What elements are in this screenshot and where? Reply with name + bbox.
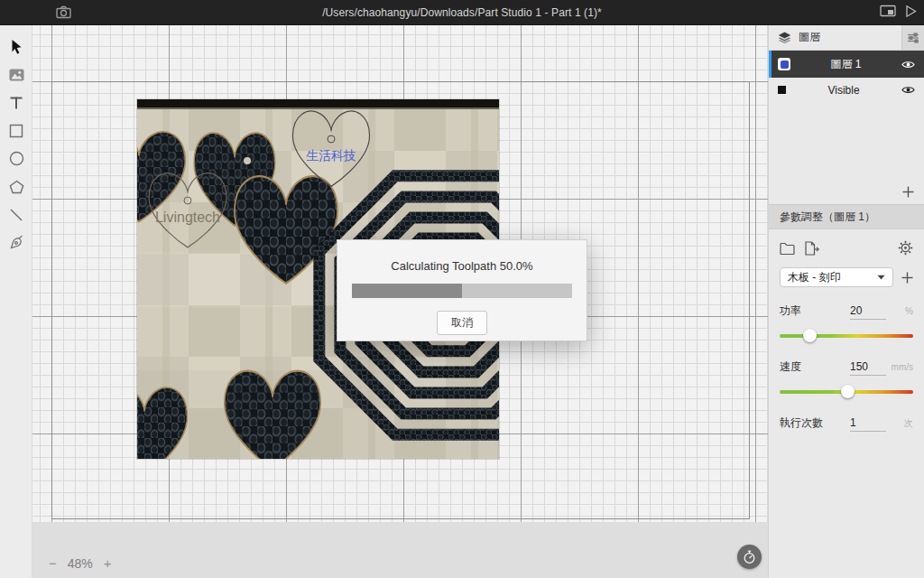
image-tool[interactable] xyxy=(0,61,32,89)
document-path-title: /Users/chaohangyu/Downloads/Part Studio … xyxy=(0,6,924,19)
material-preset-dropdown[interactable]: 木板 - 刻印 xyxy=(780,267,893,287)
title-bar: /Users/chaohangyu/Downloads/Part Studio … xyxy=(0,0,924,25)
folder-icon[interactable] xyxy=(780,242,795,255)
layer-row-visible[interactable]: Visible xyxy=(769,78,924,102)
slider-thumb[interactable] xyxy=(803,329,817,342)
stopwatch-icon xyxy=(743,550,756,564)
layer-color-swatch[interactable] xyxy=(778,58,790,70)
engraving-text-cn[interactable]: 生活科技 xyxy=(306,148,356,163)
speed-value-input[interactable]: 150 xyxy=(850,360,886,376)
layer-name[interactable]: Visible xyxy=(786,84,901,97)
param-unit: 次 xyxy=(886,417,913,430)
tab-layers-label: 圖層 xyxy=(799,30,820,45)
zoom-out-button[interactable]: − xyxy=(49,555,57,571)
progress-bar-track xyxy=(352,284,572,298)
params-section-header: 參數調整（圖層 1） xyxy=(769,204,924,229)
panel-tabs: 圖層 xyxy=(769,25,924,51)
zoom-level-label: 48% xyxy=(68,556,93,571)
gear-icon[interactable] xyxy=(898,240,913,256)
param-label: 執行次數 xyxy=(780,415,823,431)
power-value-input[interactable]: 20 xyxy=(850,304,886,320)
tool-palette xyxy=(0,25,32,578)
zoom-controls: − 48% + xyxy=(49,555,112,571)
param-label: 速度 xyxy=(780,359,801,375)
tab-object-adjustments[interactable] xyxy=(901,25,924,50)
ellipse-tool[interactable] xyxy=(0,144,32,172)
play-icon[interactable] xyxy=(905,5,917,18)
executions-value-input[interactable]: 1 xyxy=(850,416,886,432)
stopwatch-button[interactable] xyxy=(737,545,762,569)
right-panel: 圖層 圖層 1 xyxy=(768,25,924,578)
preset-value: 木板 - 刻印 xyxy=(788,270,841,285)
select-tool[interactable] xyxy=(0,33,32,61)
layer-name[interactable]: 圖層 1 xyxy=(790,57,901,72)
line-tool[interactable] xyxy=(0,200,32,228)
zoom-in-button[interactable]: + xyxy=(104,555,112,571)
cancel-button[interactable]: 取消 xyxy=(437,311,487,335)
layers-icon xyxy=(778,32,791,43)
layer-list-empty-area xyxy=(769,102,924,204)
slider-track xyxy=(780,334,913,338)
app-window: /Users/chaohangyu/Downloads/Part Studio … xyxy=(0,0,924,578)
adjust-sliders-icon xyxy=(907,33,919,43)
power-slider[interactable] xyxy=(780,329,913,343)
param-unit: % xyxy=(886,306,913,316)
param-power: 功率 20 % xyxy=(780,303,913,343)
param-label: 功率 xyxy=(780,303,801,319)
layer-list: 圖層 1 Visible xyxy=(769,51,924,204)
engraving-text-en[interactable]: Livingtech xyxy=(155,210,220,225)
calculating-toolpath-dialog: Calculating Toolpath 50.0% 取消 xyxy=(337,239,587,341)
tab-layers[interactable]: 圖層 xyxy=(769,25,901,50)
pen-tool[interactable] xyxy=(0,228,32,256)
progress-bar-fill xyxy=(352,284,462,298)
eye-icon[interactable] xyxy=(901,60,915,70)
rectangle-tool[interactable] xyxy=(0,117,32,144)
params-section: 木板 - 刻印 功率 20 % xyxy=(769,229,924,432)
camera-icon[interactable] xyxy=(56,5,71,19)
polygon-tool[interactable] xyxy=(0,172,32,200)
add-layer-button[interactable] xyxy=(901,184,915,199)
param-unit: mm/s xyxy=(886,362,913,372)
dialog-title: Calculating Toolpath 50.0% xyxy=(337,259,587,273)
preview-screen-icon[interactable] xyxy=(880,5,896,18)
add-preset-button[interactable] xyxy=(901,272,913,284)
param-executions: 執行次數 1 次 xyxy=(780,415,913,432)
file-export-icon[interactable] xyxy=(804,241,819,256)
eye-icon[interactable] xyxy=(901,85,915,95)
param-speed: 速度 150 mm/s xyxy=(780,359,913,399)
speed-slider[interactable] xyxy=(780,385,913,399)
layer-row-layer1[interactable]: 圖層 1 xyxy=(769,51,924,78)
layer-color-swatch[interactable] xyxy=(778,86,786,94)
chevron-down-icon xyxy=(877,275,885,280)
text-tool[interactable] xyxy=(0,89,32,117)
slider-thumb[interactable] xyxy=(841,385,855,398)
